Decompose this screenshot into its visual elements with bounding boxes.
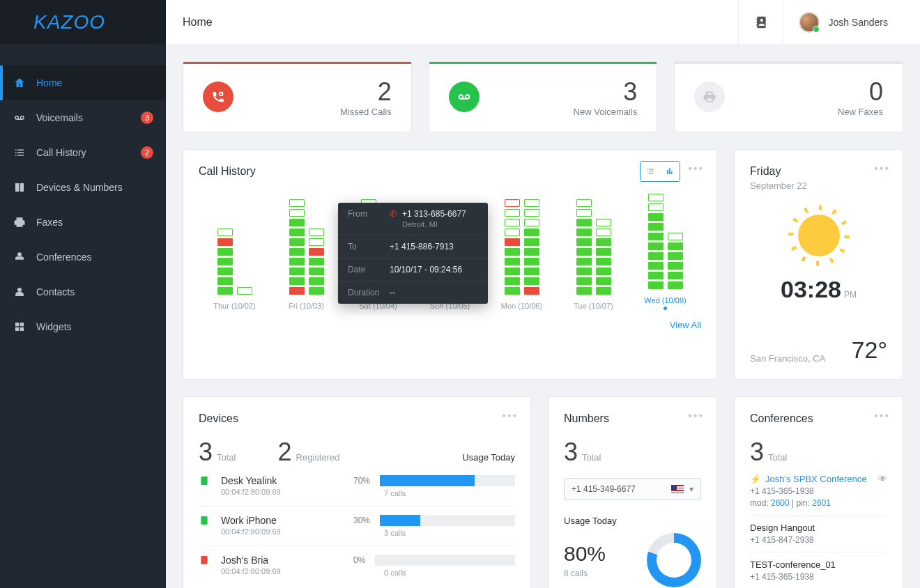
call-cell[interactable] [217,258,233,265]
call-cell[interactable] [309,287,324,295]
call-cell[interactable] [576,238,592,246]
sidebar-item-voicemails[interactable]: Voicemails3 [0,100,166,135]
conference-name[interactable]: Josh's SPBX Conference [765,474,867,484]
stat-missed-calls[interactable]: 2 Missed Calls [183,61,412,132]
call-cell[interactable] [505,277,520,285]
call-cell[interactable] [524,277,539,285]
call-cell[interactable] [648,223,664,231]
day-column[interactable]: Thur (10/02) [199,192,270,310]
user-menu[interactable]: Josh Sanders [783,0,903,45]
call-cell[interactable] [576,268,592,275]
sidebar-item-call-history[interactable]: Call History2 [0,135,166,170]
call-cell[interactable] [648,233,664,240]
call-cell[interactable] [524,287,539,295]
call-cell[interactable] [289,258,305,265]
call-cell[interactable] [289,277,305,285]
call-cell[interactable] [217,287,233,295]
day-column[interactable]: Fri (10/03) [270,192,342,310]
call-cell[interactable] [289,229,305,236]
call-cell[interactable] [524,248,539,256]
call-cell[interactable] [668,233,683,240]
call-cell[interactable] [217,268,233,275]
call-cell[interactable] [596,258,611,265]
call-cell[interactable] [237,287,252,295]
address-book-button[interactable] [738,0,783,45]
call-cell[interactable] [524,229,539,236]
call-cell[interactable] [576,209,592,217]
more-button[interactable]: ••• [688,162,704,175]
number-select[interactable]: +1 415-349-6677 ▾ [564,478,701,500]
call-cell[interactable] [524,268,539,275]
view-all-link[interactable]: View All [199,320,701,330]
call-cell[interactable] [524,238,539,246]
call-cell[interactable] [217,277,233,285]
call-cell[interactable] [217,238,233,246]
device-row[interactable]: Josh's Bria00:04:f2:80:09:690%0 calls [199,546,515,585]
call-cell[interactable] [309,277,324,285]
stat-voicemails[interactable]: 3 New Voicemails [429,61,658,132]
call-cell[interactable] [668,272,683,279]
call-cell[interactable] [289,268,305,275]
call-cell[interactable] [505,199,520,207]
call-cell[interactable] [596,229,611,236]
call-cell[interactable] [596,248,611,256]
chart-view-button[interactable] [660,162,680,181]
call-cell[interactable] [648,194,664,201]
call-cell[interactable] [289,248,305,256]
call-cell[interactable] [576,248,592,256]
call-cell[interactable] [505,219,520,226]
call-cell[interactable] [505,229,520,236]
sidebar-item-faxes[interactable]: Faxes [0,205,166,240]
sidebar-item-devices-numbers[interactable]: Devices & Numbers [0,170,166,205]
call-cell[interactable] [648,281,664,289]
more-button[interactable]: ••• [502,410,518,422]
call-cell[interactable] [309,258,324,265]
eye-icon[interactable]: 👁 [878,474,887,484]
call-cell[interactable] [505,287,520,295]
call-cell[interactable] [505,258,520,265]
call-cell[interactable] [648,242,664,250]
call-cell[interactable] [648,262,664,270]
day-column[interactable]: Wed (10/08) [629,192,701,310]
call-cell[interactable] [596,238,611,246]
device-row[interactable]: Desk Yealink00:04:f2:80:09:6970%7 calls [199,467,515,506]
more-button[interactable]: ••• [874,410,890,422]
call-cell[interactable] [576,258,592,265]
call-cell[interactable] [648,272,664,279]
call-cell[interactable] [668,252,683,260]
day-column[interactable]: Tue (10/07) [558,192,629,310]
call-cell[interactable] [648,203,664,211]
call-cell[interactable] [505,209,520,217]
call-cell[interactable] [309,268,324,275]
list-view-button[interactable] [641,162,660,181]
call-cell[interactable] [289,238,305,246]
call-cell[interactable] [596,277,611,285]
call-cell[interactable] [576,277,592,285]
call-cell[interactable] [524,219,539,226]
more-button[interactable]: ••• [874,162,890,175]
call-cell[interactable] [648,213,664,221]
call-cell[interactable] [289,287,305,295]
device-row[interactable]: Work iPhone00:04:f2:80:09:6930%3 calls [199,506,515,546]
call-cell[interactable] [309,229,324,236]
call-cell[interactable] [505,268,520,275]
call-cell[interactable] [217,248,233,256]
call-cell[interactable] [309,238,324,246]
call-cell[interactable] [576,287,592,295]
conference-item[interactable]: ⚡Josh's SPBX Conference👁+1 415-365-1938m… [750,467,887,516]
conference-item[interactable]: Design Hangout+1 415-847-2938 [750,516,887,552]
call-cell[interactable] [524,258,539,265]
call-cell[interactable] [505,248,520,256]
sidebar-item-widgets[interactable]: Widgets [0,309,166,344]
call-cell[interactable] [668,262,683,270]
call-cell[interactable] [648,252,664,260]
call-cell[interactable] [576,229,592,236]
sidebar-item-conferences[interactable]: Conferences [0,240,166,274]
call-cell[interactable] [668,281,683,289]
sidebar-item-contacts[interactable]: Contacts [0,274,166,309]
conference-item[interactable]: TEST-conference_01+1 415-365-1938 [750,552,887,588]
call-cell[interactable] [217,229,233,236]
sidebar-item-home[interactable]: Home [0,65,166,100]
call-cell[interactable] [576,199,592,207]
more-button[interactable]: ••• [688,410,704,422]
